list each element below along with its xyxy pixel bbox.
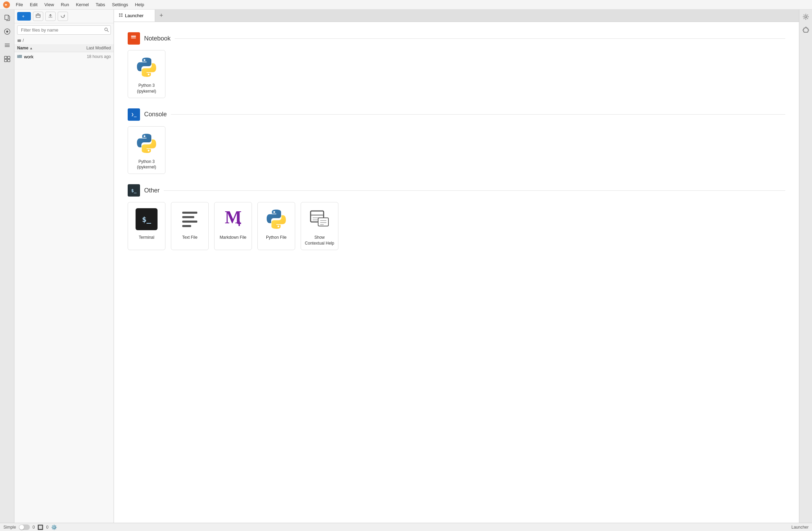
status-count2: 0 — [46, 525, 48, 530]
svg-rect-23 — [131, 37, 136, 38]
textfile-icon — [178, 207, 202, 231]
svg-point-24 — [144, 59, 146, 61]
card-terminal[interactable]: $_ Terminal — [128, 202, 165, 250]
simple-toggle[interactable] — [19, 524, 30, 530]
menu-file[interactable]: File — [13, 1, 26, 8]
menu-run[interactable]: Run — [58, 1, 72, 8]
svg-point-27 — [148, 150, 150, 151]
svg-rect-11 — [36, 14, 40, 17]
file-modified: 18 hours ago — [73, 54, 111, 59]
menu-tabs[interactable]: Tabs — [93, 1, 108, 8]
folder-icon — [17, 38, 21, 43]
svg-rect-9 — [4, 59, 7, 62]
file-name: work — [24, 54, 73, 59]
section-divider-console — [171, 114, 785, 115]
svg-rect-10 — [8, 59, 10, 62]
activity-files[interactable] — [1, 12, 13, 24]
markdown-icon: M — [221, 207, 245, 231]
section-divider-notebook — [175, 38, 785, 39]
svg-point-30 — [274, 211, 275, 213]
search-icon[interactable] — [104, 27, 109, 33]
menu-view[interactable]: View — [42, 1, 57, 8]
status-left: Simple 0 🔲 0 ⚙️ — [3, 524, 57, 530]
status-bar: Simple 0 🔲 0 ⚙️ Launcher — [0, 523, 812, 531]
sidebar-toolbar: + — [14, 10, 114, 23]
file-list-header: Name ▲ Last Modified — [14, 44, 114, 52]
status-right: Launcher — [791, 525, 809, 530]
status-mode: Simple — [3, 525, 16, 530]
file-row[interactable]: work 18 hours ago — [14, 52, 114, 61]
activity-extensions[interactable] — [1, 53, 13, 65]
upload-folder-button[interactable] — [33, 12, 43, 21]
card-python-file[interactable]: Python File — [257, 202, 295, 250]
contextual-help-label: ShowContextual Help — [305, 235, 334, 246]
svg-point-31 — [278, 226, 279, 227]
launcher-content: Notebook — [114, 22, 799, 523]
section-label-notebook: Notebook — [144, 35, 171, 42]
tab-bar: Launcher + — [114, 10, 799, 22]
refresh-button[interactable] — [58, 12, 68, 21]
toggle-knob — [19, 525, 24, 530]
python3-notebook-icon — [135, 55, 159, 79]
svg-point-40 — [805, 16, 807, 18]
menu-edit[interactable]: Edit — [27, 1, 40, 8]
card-text-file[interactable]: Text File — [171, 202, 209, 250]
status-tab-label: Launcher — [791, 525, 809, 530]
card-contextual-help[interactable]: ShowContextual Help — [301, 202, 338, 250]
plus-icon: + — [22, 14, 25, 19]
status-count1: 0 — [33, 525, 35, 530]
pythonfile-label: Python File — [266, 235, 287, 240]
menu-settings[interactable]: Settings — [109, 1, 131, 8]
upload-button[interactable] — [45, 12, 56, 21]
svg-rect-20 — [119, 15, 120, 17]
search-input[interactable] — [17, 25, 111, 35]
status-icon2: ⚙️ — [51, 524, 57, 530]
section-header-console: ❯_ Console — [128, 108, 785, 121]
svg-rect-8 — [8, 56, 10, 59]
console-section-icon: ❯_ — [128, 108, 140, 121]
contextual-help-icon — [308, 207, 332, 231]
new-button[interactable]: + — [17, 12, 31, 21]
right-extensions-icon[interactable] — [801, 25, 811, 35]
section-label-console: Console — [144, 111, 167, 118]
svg-rect-7 — [4, 56, 7, 59]
python3-console-icon — [135, 131, 159, 155]
svg-rect-18 — [119, 13, 120, 15]
menu-help[interactable]: Help — [132, 1, 147, 8]
menubar: File Edit View Run Kernel Tabs Settings … — [0, 0, 812, 10]
new-tab-button[interactable]: + — [155, 10, 167, 22]
tab-launcher-icon — [119, 13, 123, 18]
sort-arrow-icon: ▲ — [30, 46, 33, 50]
activity-commands[interactable] — [1, 39, 13, 51]
folder-file-icon — [17, 54, 22, 59]
menu-kernel[interactable]: Kernel — [73, 1, 92, 8]
console-cards: Python 3(ipykernel) — [128, 126, 785, 174]
toggle-switch[interactable] — [19, 524, 30, 530]
markdown-label: Markdown File — [220, 235, 246, 240]
breadcrumb: / — [14, 37, 114, 44]
card-markdown[interactable]: M Markdown File — [214, 202, 252, 250]
card-python3-notebook[interactable]: Python 3(ipykernel) — [128, 50, 165, 98]
svg-rect-22 — [131, 36, 136, 37]
tab-launcher[interactable]: Launcher — [114, 10, 155, 22]
activity-running[interactable] — [1, 25, 13, 38]
sort-by-name[interactable]: Name ▲ — [17, 46, 73, 50]
svg-line-13 — [107, 30, 108, 32]
svg-rect-19 — [121, 13, 123, 15]
section-label-other: Other — [144, 187, 160, 194]
svg-rect-17 — [17, 55, 19, 56]
content-area: Launcher + Notebook — [114, 10, 799, 523]
section-divider-other — [164, 190, 785, 191]
svg-rect-21 — [121, 15, 123, 17]
other-section-icon: $_ — [128, 184, 140, 197]
python3-notebook-label: Python 3(ipykernel) — [137, 83, 156, 94]
card-python3-console[interactable]: Python 3(ipykernel) — [128, 126, 165, 174]
status-icon1: 🔲 — [37, 524, 43, 530]
python3-console-label: Python 3(ipykernel) — [137, 159, 156, 170]
svg-point-26 — [144, 135, 146, 137]
terminal-label: Terminal — [139, 235, 154, 240]
notebook-cards: Python 3(ipykernel) — [128, 50, 785, 98]
breadcrumb-path: / — [23, 38, 24, 43]
terminal-icon: $_ — [135, 207, 159, 231]
right-settings-icon[interactable] — [801, 12, 811, 22]
